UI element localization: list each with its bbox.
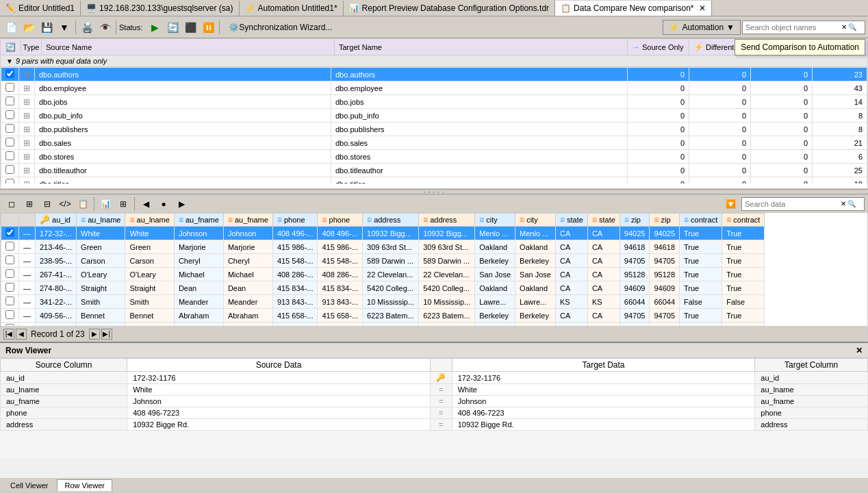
col-select-all[interactable] [1,214,19,227]
dropdown-btn[interactable]: ▼ [56,19,73,36]
comparison-row[interactable]: ⊞ dbo.titles dbo.titles 0 0 0 18 [1,177,867,184]
comparison-row[interactable]: ⊞ dbo.stores dbo.stores 0 0 0 6 [1,150,867,164]
col-zip-src[interactable]: ≡ zip [620,214,650,227]
row-sel[interactable] [1,281,19,295]
chart-btn[interactable]: 📊 [97,196,114,212]
section-divider[interactable]: · · · · · [0,189,868,194]
col-au-fname-src[interactable]: ≡ au_fname [174,214,223,227]
data-row[interactable]: — 341-22-... Smith Smith Meander Meander… [1,295,765,309]
row-sel[interactable] [1,268,19,281]
col-city-tgt[interactable]: ≡ city [515,214,556,227]
sync-wizard-btn[interactable]: ⚙️ Synchronization Wizard... [222,19,338,36]
save-btn[interactable]: 💾 [38,19,55,36]
comparison-row[interactable]: ⊞ dbo.titleauthor dbo.titleauthor 0 0 0 … [1,164,867,177]
search-data-clear-icon[interactable]: ✕ [841,200,846,207]
search-data-input[interactable] [745,200,841,208]
row-sel[interactable] [1,254,19,268]
print-btn[interactable]: 🖨️ [79,19,95,36]
data-row[interactable]: — 409-56-... Bennet Bennet Abraham Abrah… [1,309,765,323]
col-au-fname-tgt[interactable]: ≡ au_fname [223,214,272,227]
data-row[interactable]: — 274-80-... Straight Straight Dean Dean… [1,281,765,295]
go-page-btn[interactable]: ● [155,196,172,212]
comparison-row[interactable]: ⊞ dbo.employee dbo.employee 0 0 0 43 [1,81,867,95]
collapse-all-btn[interactable]: ⊟ [39,196,55,212]
comparison-row[interactable]: ⊞ dbo.jobs dbo.jobs 0 0 0 14 [1,95,867,109]
prev-page-btn[interactable]: ◀ [138,196,154,212]
automation-button[interactable]: ⚡ Automation ▼ [663,20,741,35]
data-row[interactable]: — 267-41-... O'Leary O'Leary Michael Mic… [1,268,765,281]
search-data-go-icon[interactable]: 🔍 [847,200,856,207]
first-page-btn[interactable]: |◀ [3,329,14,340]
row-checkbox[interactable] [1,136,19,150]
col-phone-tgt[interactable]: ≡ phone [318,214,363,227]
row-checkbox[interactable] [1,123,19,136]
target-name-col-header[interactable]: Target Name [335,39,628,55]
col-address-tgt[interactable]: ≡ address [419,214,475,227]
col-contract-tgt[interactable]: ≡ contract [722,214,765,227]
new-btn[interactable]: 📄 [3,19,19,36]
row-checkbox[interactable] [1,109,19,123]
last-page-btn2[interactable]: ▶| [101,329,112,340]
data-row[interactable]: — 213-46-... Green Green Marjorie Marjor… [1,240,765,254]
preview-btn[interactable]: 👁️ [97,19,113,36]
data-row[interactable]: — 172-32-... White White Johnson Johnson… [1,227,765,240]
source-only-col-header[interactable]: → Source Only [628,39,689,55]
close-icon[interactable]: ✕ [699,3,706,13]
col-contract-src[interactable]: ≡ contract [680,214,722,227]
row-sel[interactable] [1,295,19,309]
row-checkbox[interactable] [1,150,19,164]
source-name-col-header[interactable]: Source Name [42,39,335,55]
group-btn[interactable]: ⊞ [115,196,131,212]
status-pause[interactable]: ⏸️ [200,19,216,36]
row-checkbox[interactable] [1,95,19,109]
search-data-box[interactable]: ✕ 🔍 [741,197,865,211]
status-green[interactable]: ▶ [146,19,163,36]
row-sel[interactable] [1,240,19,254]
col-au-id-src[interactable]: 🔑 au_id [36,214,77,227]
col-state-src[interactable]: ≡ state [555,214,587,227]
row-checkbox[interactable] [1,164,19,177]
type-col-header[interactable]: Type [21,39,42,55]
status-sync[interactable]: 🔄 [164,19,181,36]
next-page-btn[interactable]: ▶ [173,196,190,212]
automation-dropdown-icon[interactable]: ▼ [726,23,735,32]
tab-editor[interactable]: ✏️ Editor Untitled1 [0,1,81,16]
expand-icon[interactable]: ▼ [6,58,13,65]
next-rec-btn[interactable]: ▶ [89,329,100,340]
row-checkbox[interactable] [1,68,19,81]
copy-btn[interactable]: 📋 [75,196,91,212]
search-object-names-input[interactable] [745,23,841,31]
expand-all-btn[interactable]: ⊞ [21,196,38,212]
tab-report[interactable]: 📊 Report Preview Database Configuration … [344,1,555,16]
row-checkbox[interactable] [1,81,19,95]
row-sel[interactable] [1,227,19,240]
col-zip-tgt[interactable]: ≡ zip [650,214,680,227]
row-checkbox[interactable] [1,177,19,184]
comparison-row[interactable]: ⊞ dbo.publishers dbo.publishers 0 0 0 8 [1,123,867,136]
sync-col-header[interactable]: 🔄 [1,39,21,55]
open-btn[interactable]: 📂 [21,19,37,36]
tab-automation[interactable]: ⚡ Automation Untitled1* [240,1,344,16]
code-btn[interactable]: </> [57,196,73,212]
tab-server[interactable]: 🖥️ 192.168.230.133\guestsqlserver (sa) [81,1,239,16]
tab-compare[interactable]: 📋 Data Compare New comparison* ✕ [555,1,712,16]
status-stop[interactable]: ⬛ [182,19,199,36]
col-city-src[interactable]: ≡ city [475,214,515,227]
comparison-row[interactable]: ⊞ dbo.pub_info dbo.pub_info 0 0 0 8 [1,109,867,123]
comparison-row[interactable]: ⊞ dbo.authors dbo.authors 0 0 0 23 [1,68,867,81]
comparison-row[interactable]: ⊞ dbo.sales dbo.sales 0 0 0 21 [1,136,867,150]
search-clear-icon[interactable]: ✕ [841,23,847,31]
row-sel[interactable] [1,309,19,323]
select-all-btn[interactable]: ◻ [3,196,20,212]
row-viewer-close-icon[interactable]: ✕ [856,346,863,355]
col-au-lname-tgt[interactable]: ≡ au_lname [125,214,174,227]
col-au-lname-src[interactable]: ≡ au_lname [77,214,125,227]
data-row[interactable]: — 238-95-... Carson Carson Cheryl Cheryl… [1,254,765,268]
col-expand-all[interactable] [19,214,36,227]
search-go-icon[interactable]: 🔍 [848,23,856,31]
filter-icon-btn[interactable]: 🔽 [722,196,739,212]
col-address-src[interactable]: ≡ address [363,214,419,227]
col-state-tgt[interactable]: ≡ state [587,214,620,227]
search-object-names-box[interactable]: ✕ 🔍 [742,21,865,34]
col-phone-src[interactable]: ≡ phone [272,214,318,227]
